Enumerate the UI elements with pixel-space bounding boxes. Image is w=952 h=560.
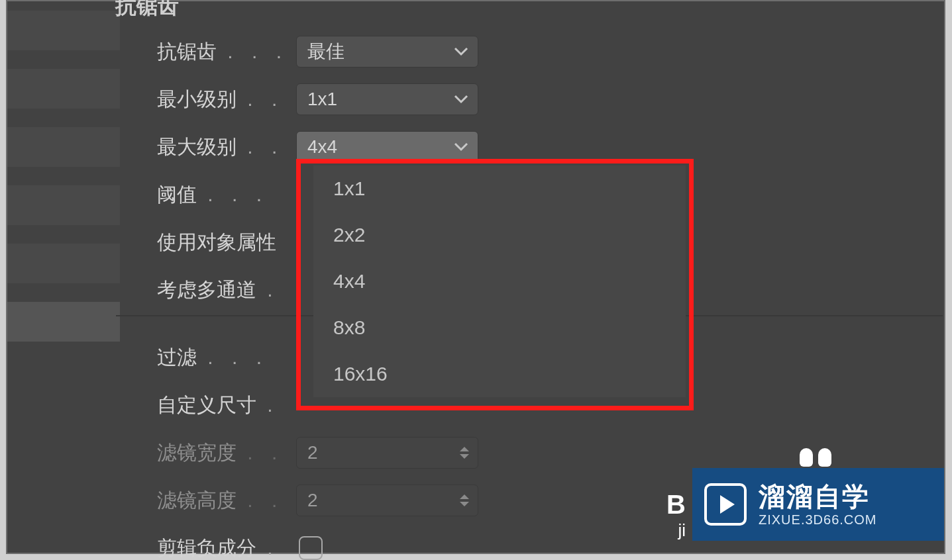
checkbox-clip-negative[interactable] — [299, 536, 323, 560]
partial-text: ji — [678, 520, 686, 541]
dropdown-max-level-options: 1x1 2x2 4x4 8x8 16x16 — [313, 165, 686, 397]
dropdown-item[interactable]: 2x2 — [313, 212, 686, 258]
partial-text: B — [666, 490, 686, 520]
dropdown-item[interactable]: 8x8 — [313, 304, 686, 351]
rail-item[interactable] — [7, 69, 120, 109]
label-clip-negative: 剪辑负成分 — [157, 537, 256, 559]
stepper-icon[interactable] — [455, 485, 474, 516]
rail-item-active[interactable] — [7, 302, 120, 342]
label-filter-width: 滤镜宽度 — [157, 442, 237, 463]
left-rail — [7, 1, 120, 553]
dropdown-item[interactable]: 4x4 — [313, 258, 686, 304]
spin-filter-height-value: 2 — [307, 490, 318, 511]
play-icon — [704, 483, 747, 526]
rail-item[interactable] — [7, 244, 120, 283]
select-min-level-value: 1x1 — [307, 89, 337, 110]
row-antialias: 抗锯齿 . . . 最佳 — [157, 28, 931, 75]
row-max-level: 最大级别 . . 4x4 — [157, 123, 931, 171]
rail-item[interactable] — [7, 127, 120, 167]
rail-item[interactable] — [7, 185, 120, 225]
label-filter: 过滤 — [157, 346, 197, 368]
select-antialias-value: 最佳 — [307, 39, 344, 64]
spin-filter-width[interactable]: 2 — [296, 437, 478, 469]
chevron-down-icon — [454, 47, 468, 56]
watermark-badge: 溜溜自学 ZIXUE.3D66.COM — [692, 468, 944, 541]
row-min-level: 最小级别 . . 1x1 — [157, 75, 931, 123]
select-max-level-value: 4x4 — [307, 136, 337, 158]
settings-panel: 抗锯齿 抗锯齿 . . . 最佳 最小级别 . . 1x1 最 — [6, 0, 945, 554]
label-antialias: 抗锯齿 — [157, 40, 217, 62]
chevron-down-icon — [454, 95, 468, 104]
watermark-title: 溜溜自学 — [759, 482, 876, 511]
label-threshold: 阈值 — [157, 183, 197, 205]
section-title: 抗锯齿 — [115, 0, 179, 21]
label-min-level: 最小级别 — [157, 88, 237, 110]
stepper-icon[interactable] — [455, 438, 474, 468]
select-max-level[interactable]: 4x4 — [296, 131, 478, 163]
dropdown-item[interactable]: 1x1 — [313, 165, 686, 212]
dropdown-item[interactable]: 16x16 — [313, 351, 686, 397]
chevron-down-icon — [454, 142, 468, 152]
watermark-url: ZIXUE.3D66.COM — [759, 512, 876, 527]
label-consider-multipass: 考虑多通道 — [157, 279, 256, 301]
label-use-obj-props: 使用对象属性 — [157, 231, 276, 253]
rail-item[interactable] — [7, 11, 120, 50]
label-custom-size: 自定义尺寸 — [157, 394, 256, 416]
label-filter-height: 滤镜高度 — [157, 489, 237, 511]
spin-filter-width-value: 2 — [307, 442, 318, 463]
spin-filter-height[interactable]: 2 — [296, 485, 478, 516]
select-min-level[interactable]: 1x1 — [296, 83, 478, 115]
label-max-level: 最大级别 — [157, 136, 237, 158]
select-antialias[interactable]: 最佳 — [296, 36, 478, 68]
bilibili-ears-icon — [800, 448, 831, 467]
